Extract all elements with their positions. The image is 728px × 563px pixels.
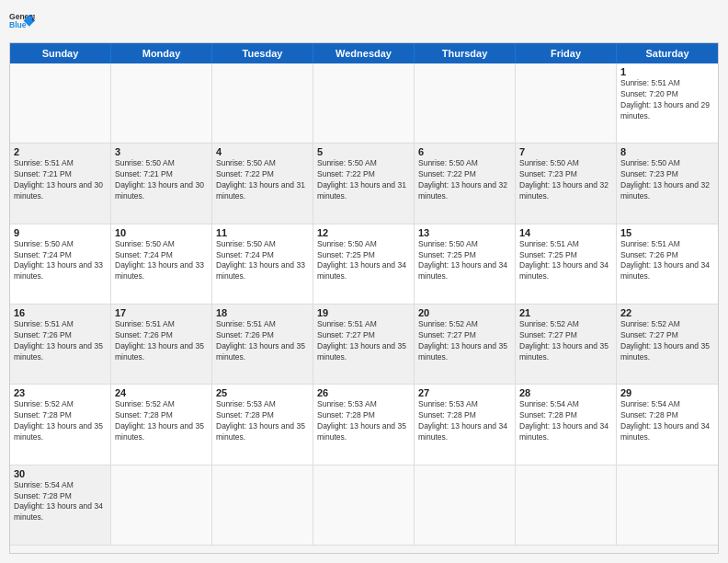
cell-info: Sunrise: 5:50 AMSunset: 7:21 PMDaylight:…: [115, 158, 208, 202]
cell-info: Sunrise: 5:51 AMSunset: 7:25 PMDaylight:…: [519, 239, 612, 283]
header: General Blue: [9, 9, 719, 35]
cell-info: Sunrise: 5:51 AMSunset: 7:20 PMDaylight:…: [620, 78, 714, 122]
svg-text:Blue: Blue: [9, 20, 27, 29]
calendar-cell-empty: [212, 63, 313, 144]
calendar-cell-day-8: 8Sunrise: 5:50 AMSunset: 7:23 PMDaylight…: [617, 144, 718, 224]
calendar-cell-day-1: 1Sunrise: 5:51 AMSunset: 7:20 PMDaylight…: [617, 63, 718, 144]
calendar: SundayMondayTuesdayWednesdayThursdayFrid…: [9, 42, 719, 554]
day-number: 15: [620, 227, 714, 238]
cell-info: Sunrise: 5:51 AMSunset: 7:26 PMDaylight:…: [115, 319, 208, 363]
calendar-cell-day-3: 3Sunrise: 5:50 AMSunset: 7:21 PMDaylight…: [111, 144, 212, 224]
calendar-grid: 1Sunrise: 5:51 AMSunset: 7:20 PMDaylight…: [10, 63, 718, 546]
cell-info: Sunrise: 5:50 AMSunset: 7:22 PMDaylight:…: [317, 158, 410, 202]
day-number: 2: [14, 146, 107, 157]
calendar-cell-day-10: 10Sunrise: 5:50 AMSunset: 7:24 PMDayligh…: [111, 224, 212, 304]
calendar-cell-empty: [111, 63, 212, 144]
day-number: 13: [418, 227, 511, 238]
calendar-cell-day-29: 29Sunrise: 5:54 AMSunset: 7:28 PMDayligh…: [617, 385, 718, 465]
cell-info: Sunrise: 5:51 AMSunset: 7:26 PMDaylight:…: [620, 239, 714, 283]
day-number: 7: [519, 146, 612, 157]
day-number: 18: [216, 307, 309, 318]
day-number: 11: [216, 227, 309, 238]
calendar-cell-day-28: 28Sunrise: 5:54 AMSunset: 7:28 PMDayligh…: [516, 385, 617, 465]
cell-info: Sunrise: 5:52 AMSunset: 7:27 PMDaylight:…: [620, 319, 714, 363]
calendar-cell-empty: [516, 465, 617, 546]
day-header-tuesday: Tuesday: [212, 43, 313, 63]
calendar-cell-day-5: 5Sunrise: 5:50 AMSunset: 7:22 PMDaylight…: [313, 144, 415, 224]
day-header-friday: Friday: [516, 43, 617, 63]
day-number: 16: [14, 307, 107, 318]
day-number: 14: [519, 227, 612, 238]
calendar-cell-empty: [10, 63, 111, 144]
cell-info: Sunrise: 5:51 AMSunset: 7:21 PMDaylight:…: [14, 158, 107, 202]
day-number: 4: [216, 146, 309, 157]
calendar-cell-day-9: 9Sunrise: 5:50 AMSunset: 7:24 PMDaylight…: [10, 224, 111, 304]
calendar-cell-day-11: 11Sunrise: 5:50 AMSunset: 7:24 PMDayligh…: [212, 224, 313, 304]
cell-info: Sunrise: 5:53 AMSunset: 7:28 PMDaylight:…: [418, 399, 511, 443]
calendar-cell-day-27: 27Sunrise: 5:53 AMSunset: 7:28 PMDayligh…: [415, 385, 516, 465]
cell-info: Sunrise: 5:51 AMSunset: 7:26 PMDaylight:…: [216, 319, 309, 363]
calendar-cell-empty: [212, 465, 313, 546]
day-number: 28: [519, 387, 612, 398]
calendar-cell-empty: [415, 63, 516, 144]
cell-info: Sunrise: 5:54 AMSunset: 7:28 PMDaylight:…: [14, 480, 107, 524]
day-number: 30: [14, 468, 107, 479]
cell-info: Sunrise: 5:50 AMSunset: 7:25 PMDaylight:…: [418, 239, 511, 283]
day-number: 6: [418, 146, 511, 157]
day-number: 3: [115, 146, 208, 157]
day-number: 20: [418, 307, 511, 318]
calendar-cell-day-17: 17Sunrise: 5:51 AMSunset: 7:26 PMDayligh…: [111, 304, 212, 385]
calendar-cell-day-19: 19Sunrise: 5:51 AMSunset: 7:27 PMDayligh…: [313, 304, 415, 385]
day-header-sunday: Sunday: [10, 43, 111, 63]
day-number: 9: [14, 227, 107, 238]
calendar-cell-day-25: 25Sunrise: 5:53 AMSunset: 7:28 PMDayligh…: [212, 385, 313, 465]
cell-info: Sunrise: 5:50 AMSunset: 7:22 PMDaylight:…: [216, 158, 309, 202]
calendar-cell-day-14: 14Sunrise: 5:51 AMSunset: 7:25 PMDayligh…: [516, 224, 617, 304]
calendar-cell-day-30: 30Sunrise: 5:54 AMSunset: 7:28 PMDayligh…: [10, 465, 111, 546]
cell-info: Sunrise: 5:53 AMSunset: 7:28 PMDaylight:…: [317, 399, 410, 443]
day-number: 10: [115, 227, 208, 238]
day-number: 17: [115, 307, 208, 318]
calendar-cell-day-21: 21Sunrise: 5:52 AMSunset: 7:27 PMDayligh…: [516, 304, 617, 385]
day-number: 24: [115, 387, 208, 398]
cell-info: Sunrise: 5:50 AMSunset: 7:24 PMDaylight:…: [14, 239, 107, 283]
day-number: 23: [14, 387, 107, 398]
day-number: 19: [317, 307, 410, 318]
cell-info: Sunrise: 5:52 AMSunset: 7:27 PMDaylight:…: [519, 319, 612, 363]
page: General Blue SundayMondayTuesdayWednesda…: [0, 0, 728, 563]
cell-info: Sunrise: 5:51 AMSunset: 7:26 PMDaylight:…: [14, 319, 107, 363]
calendar-cell-empty: [313, 465, 415, 546]
day-number: 22: [620, 307, 714, 318]
day-header-wednesday: Wednesday: [313, 43, 415, 63]
cell-info: Sunrise: 5:50 AMSunset: 7:25 PMDaylight:…: [317, 239, 410, 283]
cell-info: Sunrise: 5:50 AMSunset: 7:23 PMDaylight:…: [519, 158, 612, 202]
calendar-cell-day-16: 16Sunrise: 5:51 AMSunset: 7:26 PMDayligh…: [10, 304, 111, 385]
calendar-cell-day-23: 23Sunrise: 5:52 AMSunset: 7:28 PMDayligh…: [10, 385, 111, 465]
logo: General Blue: [9, 9, 35, 35]
day-headers: SundayMondayTuesdayWednesdayThursdayFrid…: [10, 43, 718, 63]
calendar-cell-day-22: 22Sunrise: 5:52 AMSunset: 7:27 PMDayligh…: [617, 304, 718, 385]
day-number: 29: [620, 387, 714, 398]
day-number: 26: [317, 387, 410, 398]
day-number: 1: [620, 66, 714, 77]
calendar-cell-day-20: 20Sunrise: 5:52 AMSunset: 7:27 PMDayligh…: [415, 304, 516, 385]
calendar-cell-day-24: 24Sunrise: 5:52 AMSunset: 7:28 PMDayligh…: [111, 385, 212, 465]
calendar-cell-empty: [516, 63, 617, 144]
calendar-cell-empty: [617, 465, 718, 546]
cell-info: Sunrise: 5:50 AMSunset: 7:24 PMDaylight:…: [115, 239, 208, 283]
calendar-cell-day-4: 4Sunrise: 5:50 AMSunset: 7:22 PMDaylight…: [212, 144, 313, 224]
calendar-cell-empty: [415, 465, 516, 546]
calendar-cell-day-18: 18Sunrise: 5:51 AMSunset: 7:26 PMDayligh…: [212, 304, 313, 385]
calendar-cell-day-6: 6Sunrise: 5:50 AMSunset: 7:22 PMDaylight…: [415, 144, 516, 224]
calendar-cell-empty: [111, 465, 212, 546]
cell-info: Sunrise: 5:50 AMSunset: 7:22 PMDaylight:…: [418, 158, 511, 202]
cell-info: Sunrise: 5:52 AMSunset: 7:28 PMDaylight:…: [14, 399, 107, 443]
calendar-cell-empty: [313, 63, 415, 144]
day-number: 8: [620, 146, 714, 157]
calendar-cell-day-2: 2Sunrise: 5:51 AMSunset: 7:21 PMDaylight…: [10, 144, 111, 224]
calendar-cell-day-12: 12Sunrise: 5:50 AMSunset: 7:25 PMDayligh…: [313, 224, 415, 304]
day-number: 27: [418, 387, 511, 398]
day-number: 5: [317, 146, 410, 157]
calendar-cell-day-26: 26Sunrise: 5:53 AMSunset: 7:28 PMDayligh…: [313, 385, 415, 465]
cell-info: Sunrise: 5:54 AMSunset: 7:28 PMDaylight:…: [620, 399, 714, 443]
